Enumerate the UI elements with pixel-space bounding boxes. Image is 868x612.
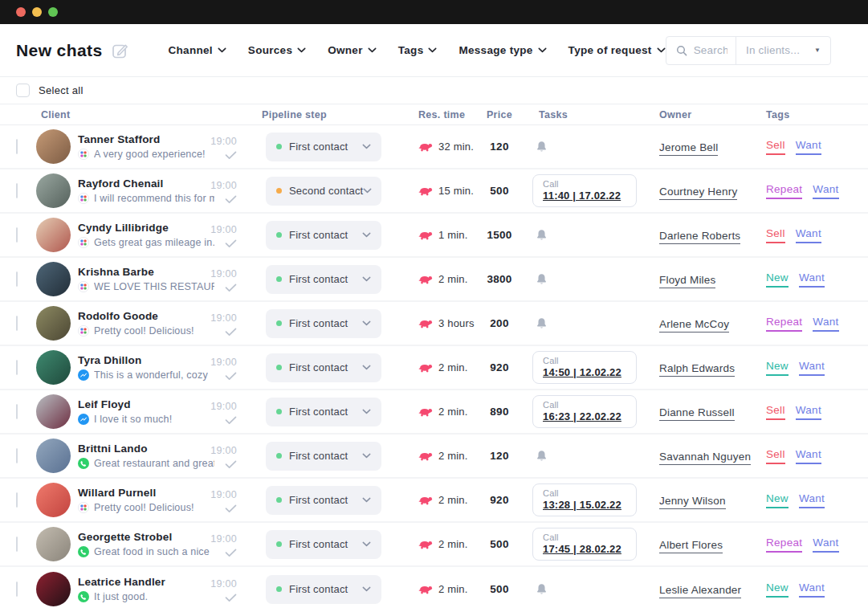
tag-want[interactable]: Want (813, 316, 838, 332)
tag-want[interactable]: Want (796, 448, 821, 464)
row-checkbox[interactable] (16, 139, 18, 154)
tag-sell[interactable]: Sell (766, 448, 785, 464)
call-task-card[interactable]: Call 17:45 | 28.02.22 (532, 528, 637, 561)
call-task-card[interactable]: Call 11:40 | 17.02.22 (532, 174, 637, 207)
row-checkbox[interactable] (16, 537, 18, 552)
row-checkbox[interactable] (16, 448, 18, 463)
maximize-window-button[interactable] (48, 7, 58, 17)
tag-new[interactable]: New (766, 581, 789, 598)
select-all-row: Select all (0, 77, 868, 104)
bell-icon[interactable] (536, 450, 548, 463)
owner-link[interactable]: Jerome Bell (659, 141, 718, 156)
client-cell: Krishna Barbe WE LOVE THIS RESTAUR.. (36, 262, 262, 296)
tag-want[interactable]: Want (796, 227, 821, 243)
pipeline-step-dropdown[interactable]: First contact (266, 309, 381, 338)
tag-repeat[interactable]: Repeat (766, 537, 802, 553)
owner-link[interactable]: Floyd Miles (659, 274, 715, 288)
call-task-card[interactable]: Call 13:28 | 15.02.22 (532, 483, 637, 516)
tag-want[interactable]: Want (813, 537, 838, 553)
owner-link[interactable]: Leslie Alexander (659, 584, 741, 598)
filter-dropdown[interactable]: Tags (398, 44, 438, 56)
search-scope-dropdown[interactable]: In clients... ▼ (736, 37, 830, 64)
row-checkbox[interactable] (16, 360, 18, 375)
bell-icon[interactable] (536, 229, 548, 242)
column-header-res-time: Res. time (418, 109, 475, 120)
tag-sell[interactable]: Sell (766, 139, 785, 155)
chevron-down-icon (297, 47, 306, 53)
message-time: 19:00 (210, 445, 237, 456)
call-task-card[interactable]: Call 14:50 | 12.02.22 (532, 351, 637, 384)
owner-link[interactable]: Albert Flores (659, 539, 723, 553)
pipeline-step-dropdown[interactable]: First contact (266, 442, 381, 471)
row-checkbox[interactable] (16, 183, 18, 198)
page-title: New chats (16, 41, 102, 60)
pipeline-step-dropdown[interactable]: First contact (266, 221, 381, 250)
price-value: 500 (475, 538, 524, 550)
tag-sell[interactable]: Sell (766, 227, 785, 243)
price-value: 890 (475, 406, 524, 418)
filter-dropdown[interactable]: Type of request (568, 44, 666, 56)
filter-dropdown[interactable]: Message type (458, 44, 546, 56)
pipeline-step-dropdown[interactable]: First contact (266, 530, 381, 559)
select-all-checkbox[interactable] (16, 84, 30, 97)
pipeline-step-dropdown[interactable]: First contact (266, 398, 381, 426)
owner-link[interactable]: Dianne Russell (659, 406, 735, 421)
tag-want[interactable]: Want (796, 139, 821, 155)
tag-repeat[interactable]: Repeat (766, 316, 802, 332)
tag-sell[interactable]: Sell (766, 404, 785, 420)
owner-link[interactable]: Savannah Nguyen (659, 451, 751, 465)
read-check-icon (225, 195, 237, 204)
close-window-button[interactable] (16, 7, 26, 17)
table-row: Rayford Chenail I will recommend thi (0, 169, 868, 214)
tag-new[interactable]: New (766, 360, 789, 376)
search-input[interactable] (694, 44, 727, 56)
pipeline-step-dropdown[interactable]: First contact (266, 133, 381, 161)
call-task-card[interactable]: Call 16:23 | 22.02.22 (532, 395, 637, 428)
tag-want[interactable]: Want (799, 360, 825, 376)
pipeline-step-dropdown[interactable]: First contact (266, 265, 381, 294)
tag-want[interactable]: Want (799, 581, 825, 598)
client-name: Rodolfo Goode (78, 310, 194, 322)
call-task-datetime: 13:28 | 15.02.22 (543, 499, 626, 511)
row-checkbox[interactable] (16, 271, 18, 287)
tag-want[interactable]: Want (796, 404, 821, 420)
response-time-value: 32 min. (438, 141, 474, 153)
price-value: 500 (475, 583, 524, 595)
owner-link[interactable]: Courtney Henry (659, 186, 737, 200)
tags-cell: RepeatWant (766, 316, 868, 332)
row-checkbox[interactable] (16, 227, 18, 243)
tag-repeat[interactable]: Repeat (766, 183, 802, 199)
owner-link[interactable]: Ralph Edwards (659, 362, 735, 377)
pipeline-step-dropdown[interactable]: First contact (266, 575, 381, 604)
bell-icon[interactable] (536, 583, 548, 596)
owner-link[interactable]: Darlene Roberts (659, 230, 740, 244)
filter-dropdown[interactable]: Sources (248, 44, 306, 56)
tag-new[interactable]: New (766, 271, 789, 288)
pipeline-step-label: First contact (289, 538, 362, 550)
tag-new[interactable]: New (766, 492, 789, 508)
minimize-window-button[interactable] (32, 7, 42, 17)
bell-icon[interactable] (536, 141, 548, 153)
pipeline-step-dropdown[interactable]: First contact (266, 353, 381, 382)
call-task-label: Call (543, 356, 626, 365)
tag-want[interactable]: Want (799, 271, 825, 288)
table-row: Brittni Lando Great restaurant and great… (0, 435, 868, 479)
row-checkbox[interactable] (16, 316, 18, 331)
owner-link[interactable]: Jenny Wilson (659, 495, 726, 509)
tag-want[interactable]: Want (799, 492, 825, 508)
edit-icon[interactable] (112, 42, 129, 59)
tag-want[interactable]: Want (813, 183, 838, 199)
message-time: 19:00 (210, 268, 237, 279)
tasks-cell (524, 583, 659, 596)
row-checkbox[interactable] (16, 404, 18, 419)
pipeline-step-dropdown[interactable]: First contact (266, 486, 381, 515)
filter-dropdown[interactable]: Channel (168, 44, 226, 56)
owner-link[interactable]: Arlene McCoy (659, 318, 729, 333)
row-checkbox[interactable] (16, 492, 18, 508)
row-checkbox[interactable] (16, 581, 18, 597)
price-value: 120 (475, 450, 524, 462)
bell-icon[interactable] (536, 273, 548, 286)
pipeline-step-dropdown[interactable]: Second contact (266, 177, 381, 206)
bell-icon[interactable] (536, 317, 548, 330)
filter-dropdown[interactable]: Owner (328, 44, 377, 56)
